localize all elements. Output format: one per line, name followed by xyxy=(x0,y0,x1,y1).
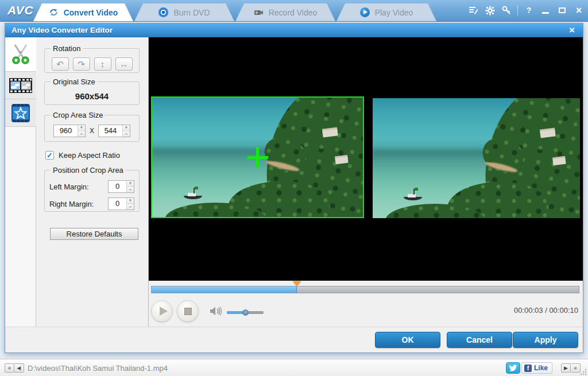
maximize-icon[interactable] xyxy=(556,5,568,16)
convert-arrows-icon xyxy=(49,7,59,17)
video-screen xyxy=(149,37,583,281)
rotation-group: Rotation ↶ ↷ ↕ ↔ xyxy=(44,44,140,73)
edit-list-icon[interactable] xyxy=(467,5,479,16)
output-preview-frame xyxy=(373,98,580,218)
resize-grip[interactable] xyxy=(581,369,587,375)
editor-body: Rotation ↶ ↷ ↕ ↔ Original Size 960x544 C… xyxy=(5,37,583,328)
crop-area-size-group: Crop Area Size 960 + − X 544 xyxy=(44,111,140,142)
crop-width-increment-button[interactable]: + xyxy=(78,125,85,131)
crop-preview-frame[interactable] xyxy=(151,96,364,218)
dvd-disc-icon xyxy=(158,7,168,17)
tab-play-video[interactable]: Play Video xyxy=(336,3,436,21)
seek-marker-icon[interactable] xyxy=(293,281,301,286)
original-size-label: Original Size xyxy=(51,77,98,86)
crop-tool-button[interactable] xyxy=(5,72,36,99)
apply-button[interactable]: Apply xyxy=(513,332,578,348)
rotate-left-button[interactable]: ↶ xyxy=(52,57,69,71)
twitter-button[interactable] xyxy=(506,362,520,374)
flip-vertical-button[interactable]: ↕ xyxy=(94,57,111,71)
camera-icon xyxy=(254,7,264,17)
help-icon[interactable]: ? xyxy=(523,5,535,16)
left-margin-increment-button[interactable]: + xyxy=(127,181,134,187)
tab-burn-dvd-label: Burn DVD xyxy=(173,8,210,17)
scissors-icon xyxy=(10,44,31,65)
keep-aspect-ratio-label: Keep Aspect Ratio xyxy=(59,151,120,160)
minimize-icon[interactable] xyxy=(540,5,551,16)
key-icon[interactable] xyxy=(501,5,512,16)
right-margin-increment-button[interactable]: + xyxy=(127,198,134,204)
tab-convert-video[interactable]: Convert Video xyxy=(33,3,133,21)
right-margin-input[interactable]: 0 xyxy=(109,198,126,210)
crop-height-increment-button[interactable]: + xyxy=(123,125,130,131)
application-window: AVC Convert Video Burn DVD xyxy=(0,0,588,376)
volume-knob[interactable] xyxy=(242,309,249,316)
seek-track[interactable] xyxy=(151,286,579,293)
volume-speaker-icon[interactable] xyxy=(210,305,222,319)
rotation-group-label: Rotation xyxy=(51,44,83,53)
expand-button[interactable]: ▶ xyxy=(561,363,571,373)
facebook-like-button[interactable]: f Like xyxy=(521,362,552,374)
boat-shape xyxy=(404,188,422,200)
tab-burn-dvd[interactable]: Burn DVD xyxy=(134,3,234,21)
crop-height-input[interactable]: 544 xyxy=(99,125,122,137)
right-margin-decrement-button[interactable]: − xyxy=(127,204,134,210)
crop-width-spinner: 960 + − xyxy=(53,125,86,137)
crop-size-separator: X xyxy=(90,127,94,135)
video-still-right xyxy=(373,98,580,218)
crop-settings-panel: Rotation ↶ ↷ ↕ ↔ Original Size 960x544 C… xyxy=(36,37,149,328)
left-margin-input[interactable]: 0 xyxy=(109,181,126,192)
status-bar: ≡ ◀ D:\videos\Thai\Koh Samui Thailand-1.… xyxy=(0,359,588,376)
trim-tool-button[interactable] xyxy=(5,37,36,72)
left-margin-decrement-button[interactable]: − xyxy=(127,187,134,193)
ok-button[interactable]: OK xyxy=(375,332,440,348)
left-margin-spinner: 0 + − xyxy=(108,180,134,193)
play-button[interactable] xyxy=(151,300,173,322)
seek-bar[interactable] xyxy=(151,281,579,293)
list-menu-button[interactable]: ≡ xyxy=(5,363,14,373)
volume-track[interactable] xyxy=(227,311,264,314)
editor-close-icon[interactable]: × xyxy=(566,24,578,37)
boat-shape xyxy=(184,187,202,199)
editor-tool-sidebar xyxy=(5,37,36,328)
cancel-button[interactable]: Cancel xyxy=(447,332,512,348)
original-size-value: 960x544 xyxy=(48,91,136,101)
effects-tool-button[interactable] xyxy=(5,99,36,127)
queue-menu-button[interactable]: ≡ xyxy=(571,363,581,373)
editor-dialog-title: Any Video Converter Editor xyxy=(5,26,113,34)
flip-horizontal-button[interactable]: ↔ xyxy=(115,57,133,71)
house-shape xyxy=(552,157,566,165)
crop-width-input[interactable]: 960 xyxy=(54,125,78,137)
crop-position-label: Position of Crop Area xyxy=(51,166,126,175)
stop-button[interactable] xyxy=(177,300,199,322)
rotate-right-button[interactable]: ↷ xyxy=(73,57,90,71)
right-margin-spinner: 0 + − xyxy=(108,197,134,210)
window-controls: ? × xyxy=(467,5,585,16)
time-display: 00:00:03 / 00:00:10 xyxy=(514,306,578,315)
restore-defaults-button[interactable]: Restore Defaults xyxy=(50,228,138,240)
crop-width-decrement-button[interactable]: − xyxy=(78,131,85,137)
menu-icon: ≡ xyxy=(8,365,11,371)
statusbar-divider xyxy=(21,363,21,373)
tab-record-video[interactable]: Record Video xyxy=(235,3,335,21)
volume-slider[interactable] xyxy=(227,309,264,316)
crop-height-spinner: 544 + − xyxy=(98,125,130,137)
crop-area-size-label: Crop Area Size xyxy=(51,111,105,119)
keep-aspect-ratio-checkbox[interactable]: ✓ xyxy=(45,151,54,160)
right-margin-label: Right Margin: xyxy=(49,200,94,208)
crop-crosshair-icon[interactable] xyxy=(247,147,268,168)
editor-footer: OK Cancel Apply xyxy=(5,327,583,352)
close-window-icon[interactable]: × xyxy=(573,5,585,16)
left-margin-label: Left Margin: xyxy=(49,183,89,191)
editor-dialog-titlebar: Any Video Converter Editor × xyxy=(5,24,583,37)
volume-fill xyxy=(227,311,245,314)
twitter-bird-icon xyxy=(509,365,517,372)
expand-right-icon: ▶ xyxy=(564,365,568,371)
stop-icon xyxy=(184,308,192,315)
video-preview-area: 00:00:03 / 00:00:10 xyxy=(149,37,583,328)
crop-position-group: Position of Crop Area Left Margin: 0 + − xyxy=(44,166,140,212)
editor-dialog: Any Video Converter Editor × xyxy=(5,23,583,353)
original-size-group: Original Size 960x544 xyxy=(44,77,140,105)
collapse-button[interactable]: ◀ xyxy=(14,363,24,373)
settings-gear-icon[interactable] xyxy=(484,5,496,16)
crop-height-decrement-button[interactable]: − xyxy=(123,131,130,137)
